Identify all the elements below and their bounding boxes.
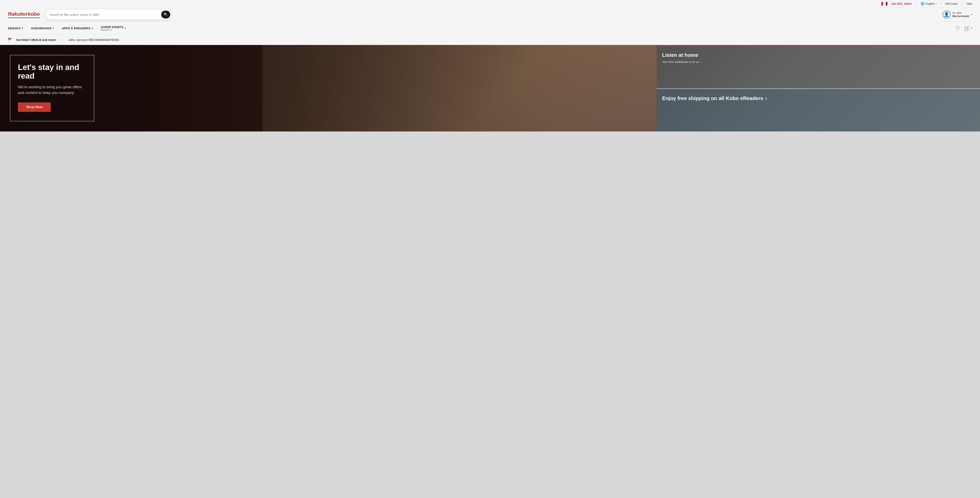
lang-label: English	[926, 2, 935, 5]
hero-main-banner: Let's stay in and read We're working to …	[0, 45, 657, 132]
account-chevron-icon: ▾	[971, 13, 972, 16]
nav-apps-label: APPS & eREADERS	[62, 27, 91, 30]
account-text: Hi, John My Account	[953, 11, 969, 18]
hero-side-bottom-title: Enjoy free shipping on all Kobo eReaders…	[662, 95, 975, 102]
flag-canada: ✦	[881, 2, 888, 6]
topbar-divider3: |	[962, 2, 963, 6]
hero-side-top-content: Listen at home Your first audiobook is o…	[657, 46, 980, 70]
nav-audiobooks-label: AUDIOBOOKS	[31, 27, 51, 30]
search-button[interactable]: 🔍	[161, 11, 170, 19]
notif-flag-icon: 🚩	[8, 38, 12, 42]
nav-superpoints-label: SUPER POINTS	[101, 25, 123, 29]
hero-title: Let's stay in and read	[18, 63, 86, 80]
globe-icon: 🌐	[921, 2, 924, 5]
logo-underline	[8, 18, 40, 18]
hero-section: Let's stay in and read We're working to …	[0, 45, 980, 132]
nav-item-audiobooks[interactable]: AUDIOBOOKS ▾	[27, 23, 58, 33]
nav-balance-label: Balance: 0	[101, 29, 123, 31]
header: Rakuten kobo 🔍 👤 Hi, John My Account ▾	[0, 8, 980, 22]
promo-text[interactable]: Get $15, John!	[891, 2, 912, 5]
hero-content: Let's stay in and read We're working to …	[0, 45, 104, 131]
hero-subtitle: We're working to bring you great offers …	[18, 84, 86, 96]
wishlist-button[interactable]: ♡	[955, 26, 960, 31]
nav-superpoints-chevron: ▾	[124, 27, 126, 29]
cart-icon: 🛒	[964, 25, 970, 31]
deals-label[interactable]: Get DAILY DEALS and more!	[16, 38, 56, 41]
search-input[interactable]	[50, 13, 161, 16]
cart-section[interactable]: 🛒 ▾	[964, 25, 972, 31]
recommendations-label[interactable]: John, see your RECOMMENDATIONS	[68, 38, 119, 41]
hero-side-top-sub: Your first audiobook is on us ›	[662, 60, 975, 64]
topbar-divider1: |	[916, 2, 917, 6]
nav-audiobooks-chevron: ▾	[52, 27, 54, 29]
bottom-chevron-right-icon: ›	[765, 95, 767, 101]
user-icon: 👤	[944, 12, 949, 17]
search-icon: 🔍	[164, 13, 168, 17]
help-link[interactable]: Help	[966, 2, 972, 5]
notif-separator: |	[62, 37, 63, 42]
logo-rakuten: Rakuten	[8, 11, 27, 17]
hero-side-top-panel: Listen at home Your first audiobook is o…	[657, 45, 980, 88]
account-icon: 👤	[943, 11, 950, 19]
chevron-down-icon: ▾	[935, 3, 937, 5]
side-divider	[657, 88, 980, 89]
nav-ebooks-label: eBOOKS	[8, 27, 21, 30]
nav-right: ♡ 🛒 ▾	[955, 25, 972, 31]
shop-now-button[interactable]: Shop Now	[18, 102, 51, 112]
account-label: My Account	[953, 14, 969, 18]
account-section[interactable]: 👤 Hi, John My Account ▾	[943, 11, 972, 19]
logo-kobo: kobo	[28, 11, 40, 17]
hero-side-top-title: Listen at home	[662, 52, 975, 58]
chevron-right-icon: ›	[701, 60, 702, 64]
nav-item-ebooks[interactable]: eBOOKS ▾	[8, 23, 27, 33]
notification-bar: 🚩 Get DAILY DEALS and more! | John, see …	[0, 35, 980, 45]
gift-cards-link[interactable]: Gift Cards	[945, 2, 958, 5]
search-container: 🔍	[46, 10, 172, 20]
cart-chevron: ▾	[971, 27, 972, 29]
topbar-divider2: |	[940, 2, 942, 6]
account-greeting: Hi, John	[953, 11, 969, 14]
hero-side-panels: Listen at home Your first audiobook is o…	[657, 45, 980, 132]
nav-item-superpoints[interactable]: SUPER POINTS Balance: 0 ▾	[97, 22, 130, 35]
hero-side-bottom-panel: Enjoy free shipping on all Kobo eReaders…	[657, 89, 980, 132]
language-selector[interactable]: 🌐 English ▾	[921, 2, 937, 5]
hero-border-box: Let's stay in and read We're working to …	[10, 55, 94, 121]
logo[interactable]: Rakuten kobo	[8, 11, 40, 18]
nav-ebooks-chevron: ▾	[22, 27, 23, 29]
top-bar: ✦ Get $15, John! | 🌐 English ▾ | Gift Ca…	[0, 0, 980, 8]
nav-apps-chevron: ▾	[92, 27, 93, 29]
main-nav: eBOOKS ▾ AUDIOBOOKS ▾ APPS & eREADERS ▾ …	[0, 22, 980, 35]
nav-item-apps[interactable]: APPS & eREADERS ▾	[58, 23, 97, 33]
hero-side-bottom-content: Enjoy free shipping on all Kobo eReaders…	[657, 89, 980, 108]
